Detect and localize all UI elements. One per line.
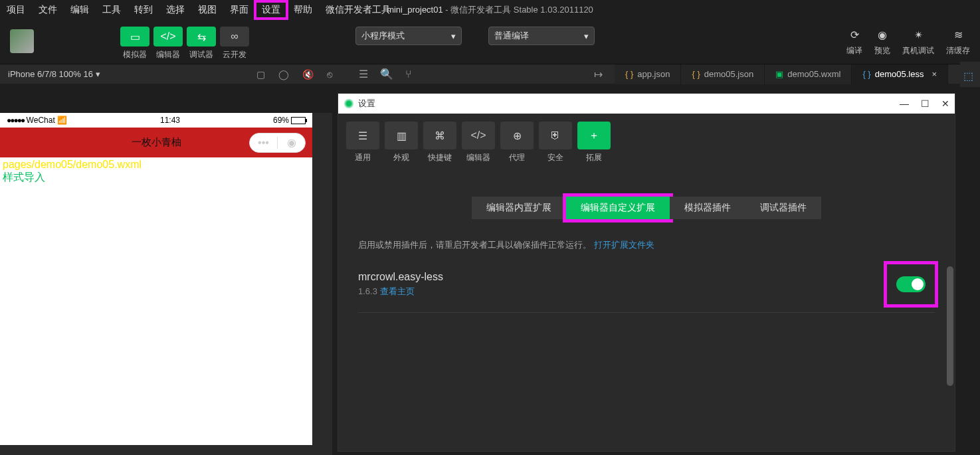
real-label: 真机调试 [902, 45, 934, 56]
ext-tab-custom[interactable]: 编辑器自定义扩展 [566, 197, 670, 219]
close-icon[interactable]: × [931, 69, 937, 79]
settings-titlebar: 设置 — ☐ ✕ [338, 94, 955, 114]
settings-title: 设置 [358, 98, 375, 110]
window-title: mini_project01 - 微信开发者工具 Stable 1.03.201… [387, 4, 593, 16]
phone-icon: ▭ [130, 31, 140, 43]
capsule-button[interactable]: ••• ◉ [249, 133, 306, 153]
tab-app-json[interactable]: { }app.json [615, 64, 681, 84]
page-content: pages/demo05/demo05.wxml 样式导入 [0, 157, 312, 186]
wifi-icon: 📶 [57, 116, 67, 125]
device-info[interactable]: iPhone 6/7/8 100% 16 ▾ [0, 69, 108, 79]
wxml-icon: ▣ [775, 69, 783, 79]
tab-editor[interactable]: </> [462, 122, 495, 149]
record-icon[interactable]: ◯ [278, 69, 289, 80]
compile-label: 编译 [846, 45, 862, 56]
compile-icon[interactable]: ⟳ [846, 27, 862, 43]
scrollbar[interactable] [947, 266, 953, 386]
menu-view[interactable]: 视图 [191, 1, 223, 19]
list-icon[interactable]: ☰ [359, 68, 368, 80]
simulator-label: 模拟器 [120, 49, 149, 60]
tab-demo05-json[interactable]: { }demo05.json [681, 64, 765, 84]
settings-category-tabs: ☰ ▥ ⌘ </> ⊕ ⛨ ＋ [338, 114, 955, 152]
tab-demo05-less[interactable]: { }demo05.less× [852, 64, 948, 84]
page-path: pages/demo05/demo05.wxml [3, 159, 310, 171]
cloud-button[interactable]: ∞ [220, 27, 249, 46]
ext-tab-debug-plugins[interactable]: 调试器插件 [745, 197, 821, 219]
tab-demo05-wxml[interactable]: ▣demo05.wxml [765, 64, 852, 84]
menu-file[interactable]: 文件 [32, 1, 64, 19]
tab-general[interactable]: ☰ [346, 122, 379, 149]
menu-project[interactable]: 项目 [0, 1, 32, 19]
extension-homepage-link[interactable]: 查看主页 [380, 286, 415, 296]
appearance-icon: ▥ [397, 130, 407, 142]
css-icon[interactable]: ⬚ [963, 70, 977, 83]
plus-icon: ＋ [589, 129, 599, 143]
general-icon: ☰ [358, 130, 367, 142]
extension-body: 启用或禁用插件后，请重启开发者工具以确保插件正常运行。 打开扩展文件夹 mrcr… [338, 219, 955, 333]
editor-tabs: { }app.json { }demo05.json ▣demo05.wxml … [615, 64, 948, 84]
menu-settings[interactable]: 设置 [255, 1, 287, 19]
battery-percent: 69% [273, 116, 289, 125]
editor-button[interactable]: </> [153, 27, 183, 46]
ext-tab-sim-plugins[interactable]: 模拟器插件 [670, 197, 745, 219]
extension-hint: 启用或禁用插件后，请重启开发者工具以确保插件正常运行。 打开扩展文件夹 [358, 239, 935, 251]
menu-interface[interactable]: 界面 [223, 1, 255, 19]
menu-help[interactable]: 帮助 [287, 1, 319, 19]
menu-devtools[interactable]: 微信开发者工具 [319, 1, 397, 19]
side-panel: ⬚ [960, 62, 980, 87]
status-time: 11:43 [160, 116, 180, 125]
rotate-icon[interactable]: ⎋ [327, 69, 332, 80]
realdevice-icon[interactable]: ✴ [910, 27, 926, 43]
settings-tab-labels: 通用 外观 快捷键 编辑器 代理 安全 拓展 [338, 152, 955, 170]
menu-edit[interactable]: 编辑 [64, 1, 96, 19]
extension-name: mrcrowl.easy-less [358, 271, 443, 283]
extension-toggle[interactable] [896, 276, 926, 292]
json-icon: { } [692, 69, 700, 79]
cloud-label: 云开发 [220, 49, 249, 60]
security-icon: ⛨ [550, 130, 561, 141]
menu-tools[interactable]: 工具 [96, 1, 128, 19]
search-icon[interactable]: 🔍 [380, 68, 393, 80]
extension-item: mrcrowl.easy-less 1.6.3 查看主页 [358, 264, 935, 313]
arrow-icon[interactable]: ↦ [594, 68, 603, 80]
debug-icon: ⇆ [197, 31, 206, 43]
tab-appearance[interactable]: ▥ [385, 122, 418, 149]
editor-subbar: ☰ 🔍 ⑂ ↦ { }app.json { }demo05.json ▣demo… [352, 64, 980, 84]
menu-select[interactable]: 选择 [159, 1, 191, 19]
maximize-button[interactable]: ☐ [921, 98, 930, 109]
tab-proxy[interactable]: ⊕ [500, 122, 534, 149]
menu-icon[interactable]: ••• [250, 137, 277, 149]
menubar: 项目 文件 编辑 工具 转到 选择 视图 界面 设置 帮助 微信开发者工具 mi… [0, 0, 980, 20]
nav-bar: 一枚小青柚 ••• ◉ [0, 128, 312, 157]
editor-label: 编辑器 [153, 49, 183, 60]
open-ext-folder-link[interactable]: 打开扩展文件夹 [594, 240, 654, 250]
tab-security[interactable]: ⛨ [539, 122, 572, 149]
simulator-button[interactable]: ▭ [120, 27, 149, 46]
ext-tab-builtin[interactable]: 编辑器内置扩展 [472, 197, 566, 219]
compile-dropdown[interactable]: 普通编译▾ [488, 27, 595, 45]
debugger-button[interactable]: ⇆ [187, 27, 216, 46]
nav-title: 一枚小青柚 [132, 136, 181, 149]
battery-icon [291, 117, 306, 124]
avatar[interactable] [10, 29, 34, 53]
tab-extensions[interactable]: ＋ [577, 122, 611, 149]
tab-shortcuts[interactable]: ⌘ [423, 122, 456, 149]
close-button[interactable]: ✕ [941, 98, 949, 109]
menu-goto[interactable]: 转到 [128, 1, 159, 19]
mode-dropdown[interactable]: 小程序模式▾ [355, 27, 462, 45]
device-icon[interactable]: ▢ [256, 69, 265, 80]
extension-tabs: 编辑器内置扩展 编辑器自定义扩展 模拟器插件 调试器插件 [338, 197, 955, 219]
branch-icon[interactable]: ⑂ [405, 68, 412, 80]
chevron-down-icon: ▾ [451, 31, 456, 41]
minimize-button[interactable]: — [900, 98, 909, 109]
proxy-icon: ⊕ [513, 130, 522, 142]
debugger-label: 调试器 [187, 49, 216, 60]
preview-icon[interactable]: ◉ [874, 27, 890, 43]
clearcache-icon[interactable]: ≋ [950, 27, 966, 43]
toolbar: ▭ </> ⇆ ∞ 模拟器 编辑器 调试器 云开发 小程序模式▾ 普通编译▾ ⟳… [0, 20, 980, 64]
mute-icon[interactable]: 🔇 [302, 69, 314, 80]
less-icon: { } [862, 69, 870, 79]
target-icon[interactable]: ◉ [278, 136, 305, 149]
chevron-down-icon: ▾ [584, 31, 589, 41]
cloud-icon: ∞ [231, 31, 238, 43]
